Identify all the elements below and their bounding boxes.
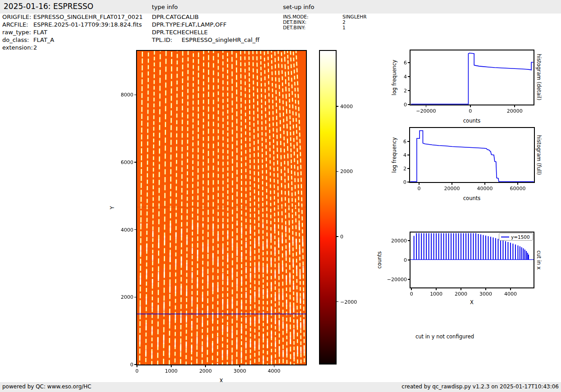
tick-mark (517, 183, 518, 185)
tick-label: 0 (403, 179, 406, 185)
meta-label: raw_type: (2, 28, 33, 36)
legend-line-swatch (501, 237, 509, 237)
meta-label: ORIGFILE: (2, 13, 33, 21)
meta-label: do_class: (2, 36, 33, 44)
cut-in-y-note: cut in y not configured (415, 333, 474, 340)
tick-label: 0 (410, 291, 413, 297)
meta-row: extension:2 (2, 44, 143, 51)
meta-label: INS.MODE: (283, 14, 342, 19)
tick-label: 4 (403, 152, 406, 158)
histogram-full-plot (410, 128, 534, 182)
tick-label: 8000 (121, 92, 133, 98)
meta-row: do_class:FLAT_A (2, 36, 143, 44)
tick-label: 2000 (121, 294, 133, 300)
meta-value: ESPRESSO_singleHR_cal_ff (182, 36, 260, 44)
histogram-detail-yaxis-label: log frequency (391, 60, 397, 96)
raw-frame-image (137, 51, 306, 365)
cut-in-x-yaxis-label: counts (376, 251, 383, 269)
tick-mark (239, 365, 240, 367)
meta-row: DPR.CATG:CALIB (152, 13, 260, 21)
tick-label: 0 (136, 368, 139, 374)
footer-credit-script: created by qc_rawdisp.py v1.2.3 on 2025-… (401, 383, 559, 390)
tick-mark (411, 288, 412, 290)
tick-mark (337, 106, 338, 107)
meta-row: DET.BINY:1 (283, 25, 366, 30)
meta-value: ESPRESSO_SINGLEHR_FLAT017_0021 (33, 13, 143, 21)
tick-label: 0 (340, 234, 343, 240)
histogram-full-yaxis-label: log frequency (391, 137, 397, 173)
tick-label: 4000 (504, 291, 517, 297)
tick-label: 3000 (233, 368, 246, 374)
setup-info-heading: set-up info (283, 4, 315, 10)
histogram-detail-axes (410, 50, 534, 105)
tick-label: −20000 (387, 276, 407, 282)
tick-mark (452, 183, 452, 185)
meta-value: ESPRE.2025-01-17T09:39:18.824.fits (33, 21, 142, 28)
meta-label: TPL.ID: (152, 36, 182, 44)
tick-label: 0 (469, 108, 472, 114)
tick-label: 0 (404, 257, 407, 263)
meta-label: DPR.TECH: (152, 28, 182, 36)
tick-mark (470, 105, 471, 107)
cut-in-x-right-label: cut in x (536, 251, 542, 270)
footer-credit-qc: powered by QC: www.eso.org/HC (2, 383, 91, 390)
meta-row: INS.MODE:SINGLEHR (283, 14, 366, 19)
tick-label: 4000 (121, 227, 133, 232)
tick-mark (337, 171, 338, 172)
meta-row: TPL.ID:ESPRESSO_singleHR_cal_ff (152, 36, 260, 44)
tick-mark (419, 183, 420, 185)
tick-label: 1000 (430, 291, 442, 297)
tick-mark (514, 105, 515, 107)
meta-label: DET.BINX: (283, 19, 342, 25)
meta-value: SINGLEHR (342, 14, 366, 19)
meta-value: 2 (33, 44, 37, 51)
type-info-heading: type info (152, 4, 178, 10)
cut-in-x-xaxis-label: X (470, 299, 474, 305)
meta-value: 2 (342, 19, 346, 25)
histogram-detail-plot (410, 50, 534, 105)
tick-mark (510, 288, 511, 290)
histogram-full-right-label: histogram (full) (536, 135, 542, 175)
qc-report-page: 2025-01-16: ESPRESSO type info set-up in… (0, 0, 561, 392)
meta-value: FLAT_A (33, 36, 54, 44)
tick-label: 2 (403, 166, 406, 172)
meta-value: ECHELLE (182, 28, 208, 36)
tick-label: 40000 (477, 186, 493, 191)
meta-label: DPR.TYPE: (152, 21, 182, 28)
histogram-detail-xaxis-label: counts (463, 118, 480, 124)
tick-label: −20000 (416, 108, 436, 114)
tick-label: 0 (418, 186, 421, 191)
tick-mark (436, 288, 437, 290)
colorbar-gradient (320, 51, 336, 364)
tick-label: 20000 (507, 108, 523, 114)
meta-value: FLAT (33, 28, 47, 36)
histogram-full-axes (409, 127, 535, 183)
type-info-list: DPR.CATG:CALIBDPR.TYPE:FLAT,LAMP,OFFDPR.… (152, 13, 260, 44)
tick-mark (484, 183, 485, 185)
tick-label: 4000 (268, 368, 280, 374)
raw-frame-yaxis-label: Y (109, 206, 115, 209)
meta-row: ARCFILE:ESPRE.2025-01-17T09:39:18.824.fi… (2, 21, 143, 28)
meta-row: raw_type:FLAT (2, 28, 143, 36)
tick-mark (337, 301, 338, 302)
meta-row: DPR.TYPE:FLAT,LAMP,OFF (152, 21, 260, 28)
tick-label: 4 (404, 74, 407, 80)
tick-label: 20000 (391, 238, 407, 244)
tick-mark (171, 365, 172, 367)
footer-bar: powered by QC: www.eso.org/HC created by… (0, 382, 561, 392)
tick-mark (337, 236, 338, 237)
meta-row: ORIGFILE:ESPRESSO_SINGLEHR_FLAT017_0021 (2, 13, 143, 21)
tick-label: 6 (403, 139, 406, 145)
header-bar: 2025-01-16: ESPRESSO type info set-up in… (0, 0, 561, 14)
tick-mark (205, 365, 206, 367)
tick-label: 1000 (165, 368, 178, 374)
raw-frame-axes (136, 50, 307, 365)
meta-label: ARCFILE: (2, 21, 33, 28)
file-info-list: ORIGFILE:ESPRESSO_SINGLEHR_FLAT017_0021A… (2, 13, 143, 51)
tick-label: 0 (130, 362, 133, 368)
tick-label: 6 (404, 60, 407, 66)
page-title: 2025-01-16: ESPRESSO (4, 2, 93, 11)
meta-value: FLAT,LAMP,OFF (182, 21, 227, 28)
tick-label: 2 (404, 88, 407, 94)
tick-label: 4000 (340, 103, 353, 109)
